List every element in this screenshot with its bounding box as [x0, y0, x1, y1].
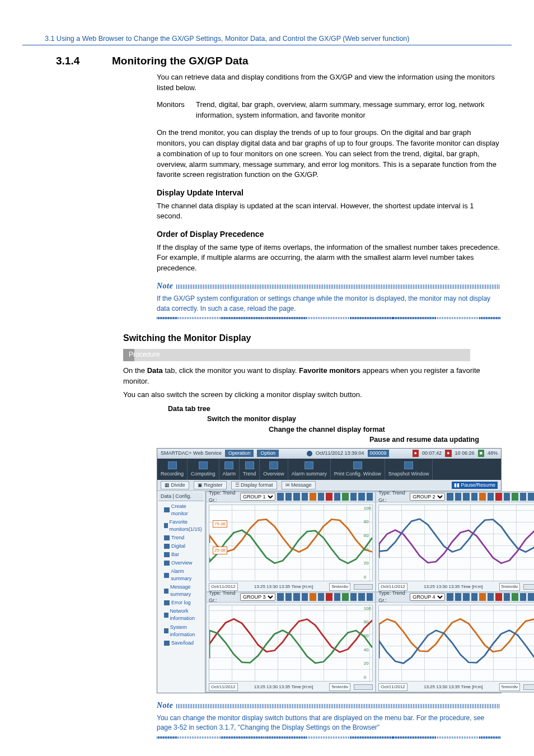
time-scrollbar[interactable] — [354, 684, 373, 690]
panel-tool-button[interactable] — [471, 593, 478, 601]
panel-tool-button[interactable] — [520, 593, 527, 601]
tb-computing[interactable]: Computing — [188, 459, 219, 480]
time-scrollbar[interactable] — [354, 584, 373, 590]
tb-alarm[interactable]: Alarm — [219, 459, 240, 480]
panel-tool-button[interactable] — [504, 593, 510, 601]
btn-dispfmt[interactable]: ☰ Display format — [231, 481, 277, 489]
panel-tool-button[interactable] — [310, 493, 316, 501]
tree-item[interactable]: Message summary — [164, 583, 204, 599]
panel-tool-button[interactable] — [367, 593, 373, 601]
panel-tool-button[interactable] — [512, 493, 518, 501]
message-icon: ✉ — [285, 482, 290, 488]
panel-tool-button[interactable] — [350, 493, 357, 501]
panel-tool-button[interactable] — [447, 593, 453, 601]
tab-operation[interactable]: Operation — [225, 450, 254, 457]
panel-tool-button[interactable] — [326, 593, 332, 601]
panel-tool-button[interactable] — [334, 493, 341, 501]
tb-snapshot[interactable]: Snapshot Window — [385, 459, 433, 480]
panel-tool-button[interactable] — [528, 593, 534, 601]
panel-tool-button[interactable] — [350, 593, 357, 601]
panel-tool-button[interactable] — [367, 493, 373, 501]
tb-recording[interactable]: Recording — [157, 459, 188, 480]
panel-tool-button[interactable] — [488, 593, 494, 601]
note-hatch-2 — [176, 704, 500, 708]
panel-tool-button[interactable] — [302, 493, 308, 501]
caption-switch-monitor: Switch the monitor display — [207, 414, 534, 424]
tree-item[interactable]: Error log — [164, 599, 204, 607]
tb-print[interactable]: Print Config. Window — [331, 459, 385, 480]
trend-panel: Type: Trend Gr.:GROUP 2210-1-2Oct/11/201… — [376, 492, 534, 591]
panel-tool-button[interactable] — [495, 593, 502, 601]
panel-tool-button[interactable] — [471, 493, 478, 501]
panel-tool-button[interactable] — [455, 493, 462, 501]
tree-item[interactable]: Digital — [164, 542, 204, 550]
panel-tool-button[interactable] — [479, 493, 486, 501]
y-tick: 80 — [364, 519, 371, 525]
panel-tool-button[interactable] — [277, 493, 284, 501]
panel-tool-button[interactable] — [302, 593, 308, 601]
tree-tab-config[interactable]: Config. — [175, 493, 191, 499]
panel-tool-button[interactable] — [334, 593, 341, 601]
panel-tool-button[interactable] — [293, 493, 300, 501]
divide-icon: ▦ — [165, 482, 170, 488]
tb-overview[interactable]: Overview — [260, 459, 288, 480]
panel-tool-button[interactable] — [504, 493, 510, 501]
panel-tool-button[interactable] — [488, 493, 494, 501]
panel-type-label: Type: Trend Gr.: — [378, 489, 408, 504]
group-select[interactable]: GROUP 1 — [240, 493, 275, 501]
tree-item[interactable]: System information — [164, 623, 204, 639]
panel-tool-button[interactable] — [463, 493, 470, 501]
panel-tool-button[interactable] — [520, 493, 527, 501]
panel-tool-button[interactable] — [512, 593, 518, 601]
time-scrollbar[interactable] — [523, 584, 534, 590]
tb-alarmsum[interactable]: Alarm summary — [288, 459, 331, 480]
y-tick: 60 — [364, 533, 371, 539]
panel-tool-button[interactable] — [342, 493, 349, 501]
panel-tool-button[interactable] — [455, 593, 462, 601]
panel-tool-button[interactable] — [285, 493, 292, 501]
alarm-icon — [224, 461, 233, 469]
group-select[interactable]: GROUP 2 — [410, 493, 445, 501]
tb-trend[interactable]: Trend — [240, 459, 260, 480]
trend-panel: Type: Trend Gr.:GROUP 4210-1-2Oct/11/201… — [376, 592, 534, 692]
panel-toolbar: Type: Trend Gr.:GROUP 4 — [376, 592, 534, 603]
panel-tool-button[interactable] — [293, 593, 300, 601]
panel-tool-button[interactable] — [277, 593, 284, 601]
time-scrollbar[interactable] — [523, 684, 534, 690]
tree-item[interactable]: Alarm summary — [164, 567, 204, 583]
tree-item[interactable]: Favorite monitors(1/15) — [164, 518, 204, 534]
switch-title: Switching the Monitor Display — [123, 332, 500, 344]
btn-message[interactable]: ✉ Message — [282, 481, 316, 489]
panel-tool-button[interactable] — [310, 593, 316, 601]
tree-item[interactable]: Trend — [164, 534, 204, 542]
panel-tool-button[interactable] — [479, 593, 486, 601]
trend-icon — [245, 461, 254, 469]
tree-item[interactable]: Create monitor — [164, 502, 204, 518]
header-pct: 48% — [488, 450, 498, 457]
time-axis: 13:25 13:30 13:35 Time [H:m] — [411, 584, 496, 590]
panel-tool-button[interactable] — [318, 593, 325, 601]
btn-register[interactable]: ▣ Register — [194, 481, 227, 489]
panel-tool-button[interactable] — [447, 493, 453, 501]
panel-tool-button[interactable] — [463, 593, 470, 601]
tree-item[interactable]: Save/load — [164, 639, 204, 647]
panel-tool-button[interactable] — [528, 493, 534, 501]
tree-tab-data[interactable]: Data — [161, 493, 171, 499]
procedure-label: Procedure — [123, 349, 470, 361]
panel-tool-button[interactable] — [318, 493, 325, 501]
tree-item[interactable]: Overview — [164, 559, 204, 567]
panel-tool-button[interactable] — [495, 493, 502, 501]
btn-divide[interactable]: ▦ Divide — [161, 481, 189, 489]
group-select[interactable]: GROUP 4 — [410, 593, 445, 601]
panel-tool-button[interactable] — [342, 593, 349, 601]
panel-tool-button[interactable] — [285, 593, 292, 601]
panel-tool-button[interactable] — [358, 493, 365, 501]
tab-option[interactable]: Option — [257, 450, 279, 457]
tree-item[interactable]: Network information — [164, 607, 204, 623]
panel-tool-button[interactable] — [358, 593, 365, 601]
tree-item[interactable]: Bar — [164, 550, 204, 559]
group-select[interactable]: GROUP 3 — [240, 593, 275, 601]
btn-pause-resume[interactable]: ▮▮ Pause/Resume — [452, 482, 498, 489]
panel-tool-button[interactable] — [326, 493, 332, 501]
computing-icon — [199, 461, 208, 469]
